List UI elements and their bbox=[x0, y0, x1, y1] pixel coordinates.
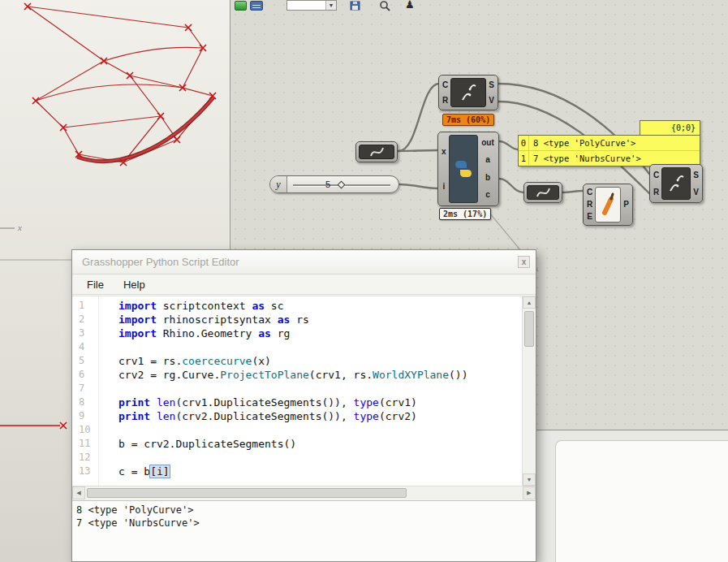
panel-row: 08 <type 'PolyCurve'> bbox=[519, 136, 700, 150]
line-number: 11 bbox=[79, 437, 97, 451]
menu-help[interactable]: Help bbox=[114, 276, 155, 293]
code-line: print len(crv1.DuplicateSegments()), typ… bbox=[118, 396, 521, 409]
editor-output: 8 <type 'PolyCurve'>7 <type 'NurbsCurve'… bbox=[72, 500, 536, 561]
input-pin[interactable]: x bbox=[442, 148, 446, 156]
output-pin[interactable]: out bbox=[480, 139, 495, 147]
output-line: 8 <type 'PolyCurve'> bbox=[76, 504, 532, 517]
axis-x-label: x bbox=[18, 223, 22, 232]
line-number: 3 bbox=[79, 326, 97, 340]
output-pin[interactable]: b bbox=[480, 174, 495, 182]
code-line: import scriptcontext as sc bbox=[118, 299, 521, 313]
code-line: import Rhino.Geometry as rg bbox=[118, 326, 521, 340]
code-line bbox=[118, 340, 521, 354]
hscroll-thumb[interactable] bbox=[87, 488, 407, 498]
curve-icon bbox=[359, 145, 394, 159]
toolbar-dropdown[interactable]: ▼ bbox=[286, 0, 337, 11]
scroll-left-icon[interactable]: ◀ bbox=[72, 486, 85, 499]
output-pin[interactable]: S bbox=[693, 171, 699, 179]
code-line: b = crv2.DuplicateSegments() bbox=[118, 437, 521, 451]
vscroll-thumb[interactable] bbox=[524, 311, 534, 347]
code-line bbox=[118, 451, 521, 465]
menu-file[interactable]: File bbox=[77, 276, 114, 293]
file-icon[interactable] bbox=[235, 1, 247, 11]
title-bar[interactable]: Grasshopper Python Script Editor x bbox=[72, 250, 536, 275]
curve-param-1[interactable] bbox=[355, 141, 398, 162]
panel-row: 17 <type 'NurbsCurve'> bbox=[519, 150, 700, 165]
explode-icon bbox=[661, 167, 691, 200]
python-icon[interactable] bbox=[449, 135, 478, 203]
slider-value: 5 bbox=[311, 179, 330, 189]
line-number: 9 bbox=[79, 409, 97, 423]
grid-icon[interactable] bbox=[250, 1, 263, 11]
output-pin[interactable]: S bbox=[489, 81, 494, 89]
scroll-up-icon[interactable]: ▲ bbox=[523, 296, 536, 309]
code-line bbox=[118, 382, 521, 396]
code-line: crv1 = rs.coercecurve(x) bbox=[118, 354, 521, 368]
line-number: 1 bbox=[79, 299, 97, 313]
window-chrome bbox=[536, 430, 728, 562]
line-number: 2 bbox=[79, 313, 97, 326]
scroll-down-icon[interactable]: ▼ bbox=[523, 473, 536, 486]
output-line: 7 <type 'NurbsCurve'> bbox=[76, 517, 532, 530]
output-pin[interactable]: a bbox=[480, 156, 495, 164]
chevron-down-icon[interactable]: ▼ bbox=[325, 1, 336, 10]
code-line: crv2 = rg.Curve.ProjectToPlane(crv1, rs.… bbox=[118, 368, 521, 382]
input-pin[interactable]: i bbox=[442, 183, 446, 191]
line-number: 5 bbox=[79, 354, 97, 368]
zoom-icon[interactable] bbox=[379, 0, 390, 11]
screen: x ▼ bbox=[0, 0, 728, 562]
secondary-panel bbox=[555, 440, 728, 562]
line-number: 7 bbox=[79, 382, 97, 396]
code-editor[interactable]: 12345678910111213 import scriptcontext a… bbox=[72, 296, 536, 486]
explode-icon bbox=[450, 78, 486, 107]
save-icon[interactable] bbox=[350, 1, 360, 11]
pawn-icon[interactable]: ♟ bbox=[405, 0, 415, 11]
output-pin[interactable]: V bbox=[693, 188, 699, 197]
code-line: print len(crv2.DuplicateSegments()), typ… bbox=[118, 409, 521, 423]
window-title: Grasshopper Python Script Editor bbox=[82, 256, 239, 268]
line-number: 8 bbox=[79, 396, 97, 409]
code-line bbox=[118, 423, 521, 437]
input-pin[interactable]: C bbox=[442, 81, 448, 89]
code-lines[interactable]: import scriptcontext as scimport rhinosc… bbox=[118, 299, 521, 478]
crayon-component[interactable]: C R E P bbox=[583, 184, 633, 226]
input-pin[interactable]: C bbox=[587, 188, 592, 197]
scroll-right-icon[interactable]: ▶ bbox=[523, 486, 536, 499]
number-slider[interactable]: y 5 bbox=[269, 175, 399, 193]
code-line: import rhinoscriptsyntax as rs bbox=[118, 313, 521, 326]
explode-component-1[interactable]: C R S V bbox=[438, 75, 498, 110]
data-panel[interactable]: 08 <type 'PolyCurve'>17 <type 'NurbsCurv… bbox=[518, 135, 700, 166]
slider-handle[interactable] bbox=[338, 181, 346, 189]
explode-component-2[interactable]: C R S V bbox=[649, 164, 703, 203]
python-script-editor-window[interactable]: Grasshopper Python Script Editor x File … bbox=[71, 249, 536, 562]
input-pin[interactable]: R bbox=[442, 97, 448, 105]
panel-rows: 08 <type 'PolyCurve'>17 <type 'NurbsCurv… bbox=[519, 136, 700, 165]
slider-name: y bbox=[270, 176, 287, 192]
line-number: 12 bbox=[79, 451, 97, 465]
gutter-divider bbox=[98, 296, 99, 486]
crayon-icon bbox=[595, 187, 621, 223]
curve-icon bbox=[527, 185, 559, 200]
input-pin[interactable]: R bbox=[587, 201, 592, 209]
output-pin[interactable]: V bbox=[489, 97, 494, 105]
profiler-badge: 7ms (60%) bbox=[442, 114, 494, 126]
code-line: c = b[i] bbox=[118, 465, 521, 478]
input-pin[interactable]: C bbox=[653, 171, 659, 179]
line-number: 4 bbox=[79, 340, 97, 354]
line-number: 6 bbox=[79, 368, 97, 382]
menu-bar: File Help bbox=[72, 275, 536, 295]
output-pin[interactable]: c bbox=[480, 191, 495, 199]
profiler-badge: 2ms (17%) bbox=[439, 208, 491, 220]
vertical-scrollbar[interactable]: ▲ ▼ bbox=[522, 296, 536, 486]
panel-path-tag: {0;0} bbox=[640, 120, 700, 136]
close-icon[interactable]: x bbox=[518, 256, 530, 268]
line-number: 13 bbox=[79, 465, 97, 478]
input-pin[interactable]: R bbox=[653, 188, 659, 197]
line-number-gutter: 12345678910111213 bbox=[72, 299, 97, 478]
output-pin[interactable]: P bbox=[623, 201, 629, 209]
python-component[interactable]: x i out a b c bbox=[437, 132, 499, 206]
line-number: 10 bbox=[79, 423, 97, 437]
curve-param-2[interactable] bbox=[523, 182, 562, 203]
horizontal-scrollbar[interactable]: ◀ ▶ bbox=[72, 486, 536, 499]
input-pin[interactable]: E bbox=[587, 213, 592, 221]
